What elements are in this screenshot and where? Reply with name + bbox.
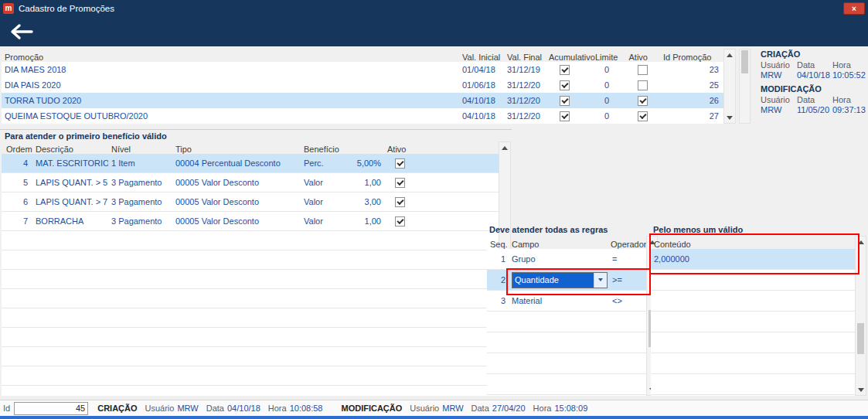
- beneficio-ordem: 4: [2, 154, 32, 172]
- id-input[interactable]: [14, 402, 88, 415]
- promotions-header: Promoção Val. Inicial Val. Final Acumula…: [2, 49, 723, 62]
- conteudo-grid: 2,000000: [651, 249, 855, 396]
- beneficio-valor: 5,00%: [347, 154, 386, 172]
- beneficio-row[interactable]: 7BORRACHA3 Pagamento00005 Valor Desconto…: [2, 212, 499, 231]
- campo-combobox[interactable]: Quantidade: [512, 272, 608, 288]
- statusbar: Id CRIAÇÃO Usuário MRW Data 04/10/18 Hor…: [0, 400, 868, 416]
- criacao-data: 04/10/18: [227, 404, 260, 413]
- regras-grid: 1Grupo=2Quantidade>=3Material<>: [487, 249, 646, 396]
- conteudo-title: Pelo menos um válido: [653, 225, 743, 234]
- ativo-checkbox[interactable]: [638, 80, 648, 90]
- promotion-id: 25: [657, 77, 723, 93]
- data-label: Data: [206, 404, 224, 413]
- regra-row[interactable]: 2Quantidade>=: [487, 270, 646, 291]
- scroll-down-icon[interactable]: [724, 112, 735, 123]
- beneficio-ordem: 7: [2, 212, 32, 230]
- beneficio-tipo-label: Valor: [299, 173, 347, 192]
- regra-row[interactable]: 3Material<>: [487, 291, 646, 312]
- col-val-inicial[interactable]: Val. Inicial: [459, 49, 504, 62]
- col-descricao[interactable]: Descrição: [32, 141, 108, 154]
- beneficio-ativo-checkbox[interactable]: [395, 178, 405, 188]
- col-operador[interactable]: Operador: [609, 236, 646, 249]
- beneficio-tipo-label: Valor: [299, 192, 347, 211]
- scroll-up-icon[interactable]: [856, 237, 866, 247]
- panel-scrollbar[interactable]: [739, 49, 751, 124]
- acumulativo-checkbox[interactable]: [560, 111, 570, 121]
- regra-operador: >=: [609, 270, 646, 290]
- beneficio-row[interactable]: 6LAPIS QUANT. > 73 Pagamento00005 Valor …: [2, 192, 499, 212]
- ativo-checkbox[interactable]: [638, 65, 648, 75]
- col-limite[interactable]: Limite: [594, 49, 612, 62]
- col-ativo[interactable]: Ativo: [612, 49, 657, 62]
- ativo-checkbox[interactable]: [638, 111, 648, 121]
- hora-label: Hora: [268, 404, 287, 413]
- scroll-thumb[interactable]: [857, 323, 864, 354]
- promotion-row[interactable]: DIA MAES 201801/04/1831/12/19023: [2, 62, 723, 77]
- criacao-usuario: MRW: [761, 70, 797, 80]
- col-nivel[interactable]: Nível: [108, 141, 174, 154]
- acumulativo-checkbox[interactable]: [560, 80, 570, 90]
- modificacao-label: MODIFICAÇÃO: [341, 404, 402, 413]
- promotions-scrollbar[interactable]: [723, 49, 736, 124]
- beneficio-tipo: 00005 Valor Desconto: [174, 212, 299, 230]
- promotion-row[interactable]: TORRA TUDO 202004/10/1831/12/20026: [2, 93, 723, 108]
- col-beneficio[interactable]: Benefício: [299, 141, 386, 154]
- ativo-checkbox[interactable]: [638, 96, 648, 106]
- col-acumulativo[interactable]: Acumulativo: [547, 49, 594, 62]
- conteudo-header: Conteúdo: [651, 236, 855, 249]
- beneficio-descricao: MAT. ESCRITORIO: [32, 154, 108, 172]
- beneficio-ativo-checkbox[interactable]: [395, 197, 405, 207]
- col-ordem[interactable]: Ordem: [2, 141, 32, 154]
- titlebar: m Cadastro de Promoções ×: [0, 0, 868, 17]
- back-button[interactable]: [8, 23, 34, 40]
- promotions-grid: DIA MAES 201801/04/1831/12/19023DIA PAIS…: [2, 62, 723, 124]
- promotion-val-inicial: 04/10/18: [459, 108, 504, 124]
- scroll-thumb[interactable]: [741, 50, 748, 73]
- col-campo[interactable]: Campo: [509, 236, 609, 249]
- conteudo-row[interactable]: 2,000000: [651, 249, 855, 270]
- beneficios-grid: 4MAT. ESCRITORIO1 Item00004 Percentual D…: [2, 154, 499, 396]
- regra-seq: 2: [487, 270, 509, 290]
- scroll-up-icon[interactable]: [499, 142, 510, 153]
- regra-row[interactable]: 1Grupo=: [487, 249, 646, 270]
- col-val-final[interactable]: Val. Final: [504, 49, 547, 62]
- promotion-row[interactable]: DIA PAIS 202001/06/1831/12/20025: [2, 77, 723, 93]
- col-conteudo[interactable]: Conteúdo: [651, 240, 691, 249]
- acumulativo-checkbox[interactable]: [560, 65, 570, 75]
- id-label: Id: [3, 404, 10, 413]
- data-header: Data: [797, 60, 832, 70]
- beneficio-nivel: 3 Pagamento: [108, 212, 174, 230]
- scroll-down-icon[interactable]: [856, 384, 866, 395]
- beneficios-header: Ordem Descrição Nível Tipo Benefício Ati…: [2, 141, 499, 154]
- acumulativo-checkbox[interactable]: [560, 96, 570, 106]
- beneficio-row[interactable]: 4MAT. ESCRITORIO1 Item00004 Percentual D…: [2, 154, 499, 173]
- regras-header: Seq. Campo Operador: [487, 236, 646, 249]
- promotion-limite: 0: [594, 62, 612, 77]
- usuario-label: Usuário: [145, 404, 175, 413]
- close-button[interactable]: ×: [843, 2, 865, 15]
- col-seq[interactable]: Seq.: [487, 236, 509, 249]
- col-ativo[interactable]: Ativo: [386, 141, 499, 154]
- promotion-id: 26: [657, 93, 723, 108]
- beneficio-ativo-checkbox[interactable]: [395, 216, 405, 227]
- beneficio-nivel: 3 Pagamento: [108, 192, 174, 211]
- criacao-hora: 10:05:52: [832, 70, 867, 80]
- modificacao-usuario: MRW: [761, 105, 797, 114]
- hora-header: Hora: [832, 60, 867, 70]
- beneficio-valor: 3,00: [347, 192, 386, 211]
- conteudo-scrollbar[interactable]: [855, 236, 866, 396]
- scroll-up-icon[interactable]: [724, 49, 735, 60]
- beneficio-tipo-label: Valor: [299, 212, 347, 230]
- modificacao-hora: 15:08:09: [554, 404, 587, 413]
- promotion-row[interactable]: QUEIMA ESTOQUE OUTUBRO/202004/10/1831/12…: [2, 108, 723, 124]
- data-header: Data: [797, 95, 832, 104]
- beneficio-tipo: 00005 Valor Desconto: [174, 192, 299, 211]
- app-icon: m: [3, 3, 14, 14]
- beneficio-ativo-checkbox[interactable]: [395, 158, 405, 169]
- col-promocao[interactable]: Promoção: [2, 49, 459, 62]
- promotion-val-final: 31/12/19: [504, 62, 547, 77]
- chevron-down-icon[interactable]: [594, 273, 607, 288]
- col-tipo[interactable]: Tipo: [174, 141, 299, 154]
- col-id-promocao[interactable]: Id Promoção: [657, 49, 723, 62]
- beneficio-row[interactable]: 5LAPIS QUANT. > 53 Pagamento00005 Valor …: [2, 173, 499, 192]
